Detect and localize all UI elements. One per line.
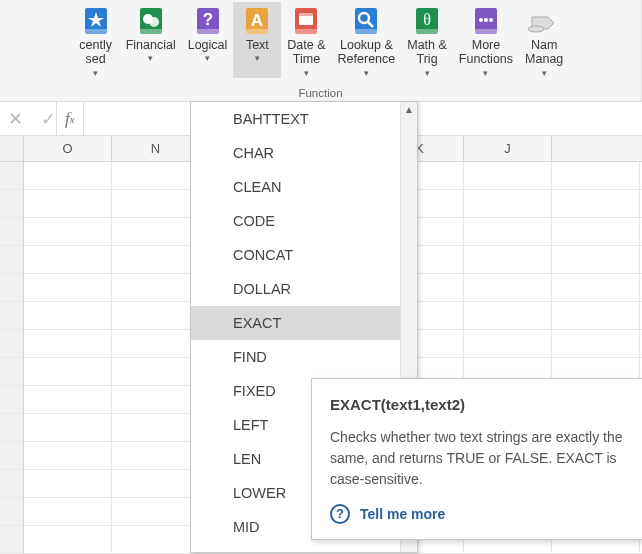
row-header[interactable] [0, 218, 23, 246]
dropdown-item-exact[interactable]: EXACT [191, 306, 400, 340]
ribbon-button-math[interactable]: θ Math & Trig ▾ [401, 2, 453, 78]
ribbon-button-date[interactable]: Date & Time ▾ [281, 2, 331, 78]
tag-icon [528, 5, 560, 37]
dropdown-item-concat[interactable]: CONCAT [191, 238, 400, 272]
dropdown-item-code[interactable]: CODE [191, 204, 400, 238]
ribbon-button-label: Nam Manag [525, 38, 563, 67]
ribbon-button-label: Text [246, 38, 269, 52]
ribbon-button-more[interactable]: More Functions ▾ [453, 2, 519, 78]
svg-rect-8 [197, 29, 219, 34]
svg-point-28 [489, 18, 493, 22]
ribbon-button-label: Date & Time [287, 38, 325, 67]
row-header[interactable] [0, 330, 23, 358]
ribbon-group-label: Function [0, 87, 641, 99]
question-icon: ? [192, 5, 224, 37]
ribbon-button-text[interactable]: A Text ▾ [233, 2, 281, 78]
svg-text:θ: θ [423, 11, 431, 28]
chevron-down-icon: ▾ [425, 68, 430, 78]
tooltip-title: EXACT(text1,text2) [330, 394, 634, 417]
row-header[interactable] [0, 246, 23, 274]
ribbon-button-label: Financial [126, 38, 176, 52]
ribbon: cently sed ▾ Financial ▾? Logical ▾A Tex… [0, 0, 642, 102]
row-header[interactable] [0, 190, 23, 218]
column-header[interactable]: N [112, 136, 200, 161]
dropdown-item-char[interactable]: CHAR [191, 136, 400, 170]
chevron-down-icon: ▾ [542, 68, 547, 78]
row-header[interactable] [0, 162, 23, 190]
svg-rect-14 [295, 29, 317, 34]
scroll-up-icon[interactable]: ▲ [404, 104, 414, 115]
star-icon [80, 5, 112, 37]
svg-rect-1 [85, 29, 107, 34]
svg-rect-16 [299, 13, 313, 16]
ribbon-button-nam[interactable]: Nam Manag ▾ [519, 2, 569, 78]
svg-point-6 [149, 17, 159, 27]
svg-point-29 [528, 26, 544, 32]
ribbon-button-financial[interactable]: Financial ▾ [120, 2, 182, 78]
chevron-down-icon: ▾ [148, 53, 153, 63]
ribbon-button-label: Lookup & Reference [338, 38, 396, 67]
ribbon-button-label: cently sed [79, 38, 112, 67]
tell-me-more-label: Tell me more [360, 504, 445, 525]
fx-icon[interactable]: fx [56, 102, 84, 135]
chevron-down-icon: ▾ [483, 68, 488, 78]
svg-point-27 [484, 18, 488, 22]
help-icon: ? [330, 504, 350, 524]
svg-rect-22 [416, 29, 438, 34]
ribbon-button-logical[interactable]: ? Logical ▾ [182, 2, 234, 78]
tell-me-more-link[interactable]: ? Tell me more [330, 504, 634, 525]
ribbon-button-cently[interactable]: cently sed ▾ [72, 2, 120, 78]
chevron-down-icon: ▾ [93, 68, 98, 78]
chevron-down-icon: ▾ [205, 53, 210, 63]
row-header[interactable] [0, 358, 23, 386]
dropdown-item-dollar[interactable]: DOLLAR [191, 272, 400, 306]
row-header[interactable] [0, 274, 23, 302]
row-header[interactable] [0, 526, 23, 554]
svg-text:?: ? [202, 10, 212, 29]
letterA-icon: A [241, 5, 273, 37]
ribbon-button-label: Logical [188, 38, 228, 52]
row-header[interactable] [0, 470, 23, 498]
tooltip-body: Checks whether two text strings are exac… [330, 427, 634, 490]
calendar-icon [290, 5, 322, 37]
dropdown-item-clean[interactable]: CLEAN [191, 170, 400, 204]
search-icon [350, 5, 382, 37]
column-header[interactable]: J [464, 136, 552, 161]
svg-rect-18 [355, 29, 377, 34]
column-header[interactable]: O [24, 136, 112, 161]
chevron-down-icon: ▾ [255, 53, 260, 63]
ribbon-button-label: Math & Trig [407, 38, 447, 67]
ribbon-group-function: cently sed ▾ Financial ▾? Logical ▾A Tex… [0, 0, 642, 101]
svg-point-26 [479, 18, 483, 22]
coins-icon [135, 5, 167, 37]
row-header[interactable] [0, 386, 23, 414]
row-header[interactable] [0, 302, 23, 330]
ribbon-button-label: More Functions [459, 38, 513, 67]
cancel-icon[interactable]: ✕ [8, 108, 23, 130]
svg-text:A: A [251, 11, 263, 30]
select-all-corner[interactable] [0, 136, 24, 161]
row-header[interactable] [0, 442, 23, 470]
chevron-down-icon: ▾ [364, 68, 369, 78]
ribbon-button-lookup[interactable]: Lookup & Reference ▾ [332, 2, 402, 78]
dots-icon [470, 5, 502, 37]
svg-rect-4 [140, 29, 162, 34]
function-tooltip: EXACT(text1,text2) Checks whether two te… [311, 378, 642, 540]
theta-icon: θ [411, 5, 443, 37]
chevron-down-icon: ▾ [304, 68, 309, 78]
dropdown-item-find[interactable]: FIND [191, 340, 400, 374]
dropdown-item-bahttext[interactable]: BAHTTEXT [191, 102, 400, 136]
enter-icon[interactable]: ✓ [41, 108, 56, 130]
svg-rect-25 [475, 29, 497, 34]
row-header[interactable] [0, 414, 23, 442]
row-header[interactable] [0, 498, 23, 526]
